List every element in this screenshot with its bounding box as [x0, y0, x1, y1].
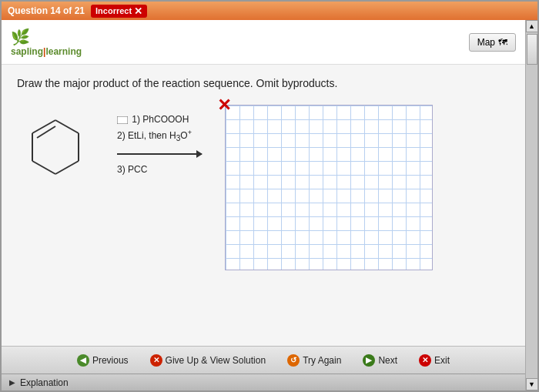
- svg-line-3: [32, 161, 55, 174]
- previous-label: Previous: [92, 355, 129, 366]
- try-again-label: Try Again: [303, 355, 341, 366]
- content-area: 🌿 sapling|learning Map 🗺 Draw the major …: [2, 20, 537, 390]
- explanation-bar[interactable]: ▶ Explanation: [2, 374, 525, 390]
- step1-text: 1) PhCOOOH: [132, 114, 189, 125]
- map-button[interactable]: Map 🗺: [469, 33, 516, 52]
- scrollbar[interactable]: ▲ ▼: [525, 20, 537, 390]
- main-content: 🌿 sapling|learning Map 🗺 Draw the major …: [2, 20, 525, 390]
- question-text: Draw the major product of the reaction s…: [17, 77, 510, 89]
- cyclohexene-svg: [17, 112, 94, 182]
- app-header: 🌿 sapling|learning Map 🗺: [2, 20, 525, 65]
- grid-container[interactable]: ✕: [225, 105, 510, 270]
- map-icon: 🗺: [498, 37, 507, 48]
- explanation-arrow-icon: ▶: [9, 378, 15, 387]
- question-number: Question 14 of 21: [8, 5, 85, 16]
- give-up-icon: ✕: [150, 354, 162, 367]
- svg-line-0: [55, 120, 79, 133]
- exit-label: Exit: [434, 355, 450, 366]
- reaction-arrow: [117, 153, 202, 155]
- next-button[interactable]: ▶ Next: [358, 352, 402, 369]
- reagent-icon: [117, 116, 128, 124]
- incorrect-x-icon: ✕: [134, 5, 142, 17]
- window-frame: Question 14 of 21 Incorrect ✕ 🌿 sapling|…: [0, 0, 539, 392]
- logo-area: 🌿 sapling|learning: [11, 28, 82, 57]
- logo-leaf-icon: 🌿: [11, 28, 30, 46]
- scroll-thumb[interactable]: [527, 34, 537, 65]
- next-icon: ▶: [363, 354, 375, 367]
- next-label: Next: [378, 355, 397, 366]
- reaction-steps: 1) PhCOOOH 2) EtLi, then H3O+: [117, 112, 209, 146]
- incorrect-label: Incorrect: [95, 6, 132, 15]
- drawing-section: 1) PhCOOOH 2) EtLi, then H3O+ 3) PCC ✕: [17, 105, 510, 270]
- exit-icon: ✕: [419, 354, 431, 367]
- molecule-container: [17, 112, 102, 182]
- question-area: Draw the major product of the reaction s…: [2, 65, 525, 346]
- delete-drawing-icon[interactable]: ✕: [217, 97, 231, 114]
- title-bar: Question 14 of 21 Incorrect ✕: [2, 2, 537, 20]
- reagent-box-icon: [117, 114, 132, 125]
- map-label: Map: [477, 37, 495, 48]
- try-again-icon: ↺: [287, 354, 300, 367]
- step3-text: 3) PCC: [117, 164, 209, 175]
- scroll-up-arrow[interactable]: ▲: [526, 20, 538, 32]
- previous-icon: ◀: [77, 354, 89, 367]
- svg-line-2: [55, 161, 79, 174]
- drawing-grid[interactable]: [225, 105, 433, 270]
- scroll-track: [526, 32, 537, 378]
- svg-line-5: [32, 120, 55, 133]
- navigation-bar: ◀ Previous ✕ Give Up & View Solution ↺ T…: [2, 346, 525, 374]
- incorrect-badge: Incorrect ✕: [91, 5, 147, 18]
- scroll-down-arrow[interactable]: ▼: [526, 378, 538, 390]
- give-up-button[interactable]: ✕ Give Up & View Solution: [146, 352, 271, 369]
- svg-rect-7: [117, 116, 128, 124]
- svg-line-6: [37, 126, 55, 138]
- try-again-button[interactable]: ↺ Try Again: [283, 352, 346, 369]
- exit-button[interactable]: ✕ Exit: [414, 352, 454, 369]
- previous-button[interactable]: ◀ Previous: [72, 352, 133, 369]
- give-up-label: Give Up & View Solution: [166, 355, 266, 366]
- reaction-area: 1) PhCOOOH 2) EtLi, then H3O+ 3) PCC: [117, 112, 209, 175]
- logo-text: sapling|learning: [11, 46, 82, 57]
- explanation-label: Explanation: [20, 377, 69, 388]
- step2-text: 2) EtLi, then H3O+: [117, 130, 192, 141]
